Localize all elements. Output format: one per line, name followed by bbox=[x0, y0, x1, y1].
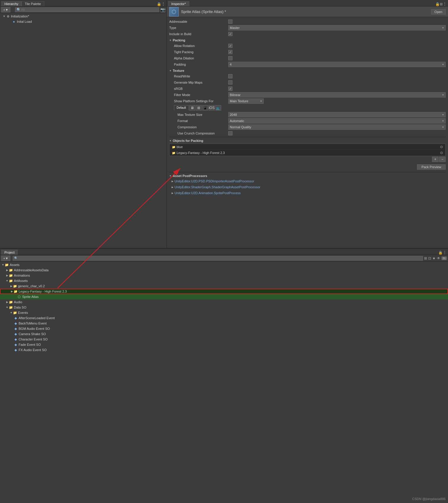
platform-tab-pc[interactable]: 🖥 bbox=[189, 105, 195, 111]
objects-item-label: blue bbox=[177, 145, 183, 149]
pack-preview-button[interactable]: Pack Preview bbox=[417, 164, 446, 170]
project-item-character-event[interactable]: ◆ Character Event SO bbox=[0, 337, 448, 342]
project-more-icon[interactable]: ⋮ bbox=[443, 250, 447, 255]
objects-add-button[interactable]: + bbox=[432, 157, 439, 162]
include-in-build-checkbox[interactable] bbox=[228, 32, 232, 36]
platform-tab-android[interactable]: 📱 bbox=[202, 105, 208, 111]
type-label: Type bbox=[169, 26, 228, 30]
project-item-label: BGM Audio Event SO bbox=[19, 327, 50, 330]
objects-row-legacy-fantasy[interactable]: Legacy-Fantasy - High Forest 2.3 ⊙ bbox=[170, 150, 445, 156]
hierarchy-search-input[interactable] bbox=[21, 8, 158, 12]
project-search-input[interactable] bbox=[18, 257, 421, 260]
project-item-label: generic_char_v0.2 bbox=[18, 284, 45, 288]
project-item-fx-audio[interactable]: ◆ FX Audio Event SO bbox=[0, 347, 448, 353]
inspector-tab-bar: Inspector* 🔒 ⊞ ⋮ bbox=[167, 0, 448, 7]
platform-tab-ios[interactable]: iOS bbox=[209, 105, 215, 111]
type-dropdown[interactable]: Master bbox=[228, 25, 446, 30]
project-item-sprite-atlas[interactable]: ⬡ Sprite Atlas bbox=[0, 294, 448, 299]
project-icon-2[interactable]: ⊡ bbox=[428, 256, 431, 260]
srgb-label: sRGB bbox=[169, 87, 228, 90]
addressable-label: Addressable bbox=[169, 20, 228, 23]
project-icon-4[interactable]: 👁 bbox=[437, 256, 440, 260]
objects-row-blue[interactable]: blue ⊙ bbox=[170, 144, 445, 150]
arrow: ▼ bbox=[9, 311, 13, 314]
srgb-checkbox[interactable] bbox=[228, 87, 232, 91]
hierarchy-add-button[interactable]: +▼ bbox=[1, 7, 10, 12]
generate-mip-maps-checkbox[interactable] bbox=[228, 80, 232, 85]
texture-section-header[interactable]: ▼ Texture bbox=[169, 68, 446, 73]
project-item-after-scene[interactable]: ◆ AfterSceneLoaded Event bbox=[0, 315, 448, 321]
project-panel: Project 🔒 ⋮ +▼ 🔍 ⊞ ⊡ ★ 👁 31 bbox=[0, 248, 448, 503]
addressable-row: Addressable bbox=[169, 19, 446, 25]
project-item-label: Legacy-Fantasy - High Forest 2.3 bbox=[19, 290, 67, 293]
objects-row-menu-icon[interactable]: ⊙ bbox=[440, 145, 443, 149]
project-icon-3[interactable]: ★ bbox=[432, 256, 436, 260]
use-crunch-checkbox[interactable] bbox=[228, 131, 232, 135]
asset-post-section-header[interactable]: ▼ Asset PostProcessors bbox=[169, 173, 446, 178]
objects-toolbar: + − bbox=[169, 157, 446, 162]
format-dropdown[interactable]: Automatic bbox=[228, 118, 446, 124]
folder-icon: 📁 bbox=[5, 263, 9, 267]
sprite-atlas-icon: ⬡ bbox=[169, 7, 179, 17]
allow-rotation-checkbox[interactable] bbox=[228, 44, 232, 48]
folder-icon: 📁 bbox=[9, 279, 13, 283]
alpha-dilation-row: Alpha Dilation bbox=[169, 55, 446, 61]
project-item-audio[interactable]: ▶ 📁 Audio bbox=[0, 299, 448, 305]
project-item-addressable[interactable]: ▶ 📁 AddressableAssetsData bbox=[0, 267, 448, 273]
folder-icon-blue bbox=[172, 145, 175, 149]
inspector-tab[interactable]: Inspector* bbox=[168, 1, 189, 6]
show-platform-dropdown[interactable]: Main Texture bbox=[228, 98, 264, 104]
hierarchy-search-bar[interactable]: 🔍 bbox=[15, 7, 159, 12]
project-item-label: FX Audio Event SO bbox=[19, 348, 47, 352]
inspector-maximize-icon[interactable]: ⊞ bbox=[440, 2, 443, 6]
type-row: Type Master bbox=[169, 25, 446, 31]
so-icon: ◆ bbox=[14, 316, 18, 320]
folder-icon: 📁 bbox=[14, 289, 18, 293]
filter-mode-dropdown[interactable]: Bilinear bbox=[228, 92, 446, 98]
arrow: ▶ bbox=[5, 274, 9, 277]
hierarchy-tab[interactable]: Hierarchy bbox=[1, 1, 22, 6]
project-item-back-to-menu[interactable]: ◆ BackToMenu Event bbox=[0, 321, 448, 326]
hierarchy-more-icon[interactable]: ⋮ bbox=[161, 1, 165, 6]
project-item-animations[interactable]: ▶ 📁 Animations bbox=[0, 273, 448, 278]
project-icon-1[interactable]: ⊞ bbox=[424, 256, 427, 260]
project-tab[interactable]: Project bbox=[1, 250, 18, 255]
project-add-button[interactable]: +▼ bbox=[1, 256, 10, 261]
inspector-more-icon[interactable]: ⋮ bbox=[443, 1, 447, 6]
project-item-generic[interactable]: ▶ 📁 generic_char_v0.2 bbox=[0, 283, 448, 289]
tight-packing-checkbox[interactable] bbox=[228, 50, 232, 54]
read-write-checkbox[interactable] bbox=[228, 74, 232, 78]
compression-label: Compression bbox=[169, 125, 228, 129]
use-crunch-row: Use Crunch Compression bbox=[169, 130, 446, 136]
objects-remove-button[interactable]: − bbox=[439, 157, 446, 162]
alpha-dilation-checkbox[interactable] bbox=[228, 56, 232, 60]
so-icon: ◆ bbox=[14, 348, 18, 352]
hierarchy-item-inital-load[interactable]: Inital Load bbox=[0, 19, 167, 24]
open-button[interactable]: Open bbox=[431, 9, 446, 14]
objects-section-header[interactable]: ▼ Objects for Packing bbox=[169, 138, 446, 143]
addressable-checkbox[interactable] bbox=[228, 20, 232, 24]
padding-dropdown[interactable]: 4 bbox=[228, 62, 446, 67]
max-texture-size-dropdown[interactable]: 2048 bbox=[228, 112, 446, 117]
platform-tab-webgl[interactable]: ⊞ bbox=[196, 105, 202, 111]
use-crunch-label: Use Crunch Compression bbox=[169, 132, 228, 135]
format-label: Format bbox=[169, 119, 228, 123]
tile-palette-tab[interactable]: Tile Palette bbox=[22, 1, 44, 6]
project-item-bgm[interactable]: ◆ BGM Audio Event SO bbox=[0, 326, 448, 331]
compression-dropdown[interactable]: Normal Quality bbox=[228, 124, 446, 130]
assets-root-item[interactable]: ▼ 📁 Assets bbox=[0, 262, 448, 267]
packing-section-header[interactable]: ▼ Packing bbox=[169, 37, 446, 43]
project-item-legacy-fantasy[interactable]: ▶ 📁 Legacy-Fantasy - High Forest 2.3 bbox=[0, 289, 448, 294]
arrow: ▼ bbox=[5, 306, 9, 309]
project-item-artassets[interactable]: ▼ 📁 ArtAssets bbox=[0, 278, 448, 283]
platform-tab-default[interactable]: Default bbox=[174, 105, 189, 111]
project-item-data-so[interactable]: ▼ 📁 Data SO bbox=[0, 305, 448, 310]
project-item-camera-shake[interactable]: ◆ Camera Shake SO bbox=[0, 331, 448, 337]
project-item-label: BackToMenu Event bbox=[19, 322, 47, 325]
project-item-events[interactable]: ▼ 📁 Events bbox=[0, 310, 448, 315]
objects-row-menu-icon[interactable]: ⊙ bbox=[440, 151, 443, 155]
platform-tab-tvos[interactable]: 📺 bbox=[215, 105, 221, 111]
project-item-fade-event[interactable]: ◆ Fade Event SO bbox=[0, 342, 448, 347]
hierarchy-item-initialization[interactable]: ▼ Initialization* bbox=[0, 14, 167, 19]
watermark: CSDN @jiangdaxia886 bbox=[412, 497, 446, 501]
